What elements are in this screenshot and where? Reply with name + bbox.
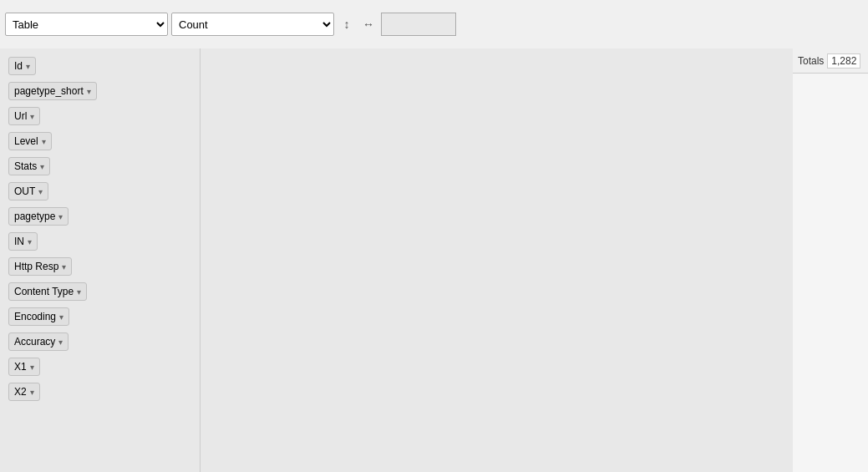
field-label: Encoding	[14, 311, 56, 322]
field-item-stats[interactable]: Stats▾	[8, 157, 50, 175]
field-label: OUT	[14, 185, 35, 197]
dropdown-arrow-icon: ▾	[26, 62, 30, 71]
count-select[interactable]: Count	[171, 13, 334, 36]
field-item-url[interactable]: Url▾	[8, 107, 40, 125]
field-item-id[interactable]: Id▾	[8, 57, 36, 75]
fields-container: Id▾pagetype_short▾Url▾Level▾Stats▾OUT▾pa…	[7, 53, 193, 404]
field-label: Id	[14, 60, 23, 72]
field-label: X2	[14, 386, 27, 398]
field-label: X1	[14, 361, 27, 373]
field-item-x2[interactable]: X2▾	[8, 383, 40, 401]
field-item-level[interactable]: Level▾	[8, 132, 52, 150]
field-label: pagetype_short	[14, 85, 84, 97]
field-item-pagetype[interactable]: pagetype▾	[8, 207, 69, 226]
field-label: Url	[14, 110, 27, 122]
field-item-http-resp[interactable]: Http Resp▾	[8, 257, 72, 276]
center-panel	[201, 48, 793, 472]
dropdown-arrow-icon: ▾	[77, 287, 81, 297]
dropdown-arrow-icon: ▾	[58, 338, 63, 347]
field-item-pagetype_short[interactable]: pagetype_short▾	[8, 82, 97, 100]
left-panel: Id▾pagetype_short▾Url▾Level▾Stats▾OUT▾pa…	[0, 48, 201, 472]
dropdown-arrow-icon: ▾	[42, 137, 46, 146]
totals-row: Totals 1,282	[793, 48, 868, 74]
field-label: IN	[14, 236, 24, 247]
dropdown-arrow-icon: ▾	[87, 87, 91, 96]
toolbar: Table Count ↕ ↔	[0, 0, 868, 48]
dropdown-arrow-icon: ▾	[38, 187, 43, 196]
dropdown-arrow-icon: ▾	[30, 363, 34, 372]
field-label: Stats	[14, 160, 37, 172]
field-item-in[interactable]: IN▾	[8, 232, 38, 251]
field-item-accuracy[interactable]: Accuracy▾	[8, 332, 69, 351]
dropdown-arrow-icon: ▾	[40, 162, 44, 171]
totals-value: 1,282	[827, 53, 860, 69]
dropdown-arrow-icon: ▾	[30, 112, 34, 121]
dropdown-arrow-icon: ▾	[28, 237, 32, 246]
field-label: Http Resp	[14, 261, 58, 272]
expand-icon[interactable]: ↔	[359, 15, 378, 33]
field-label: Content Type	[14, 286, 74, 297]
dropdown-arrow-icon: ▾	[58, 212, 63, 221]
right-panel: Totals 1,282	[793, 48, 868, 472]
field-item-content-type[interactable]: Content Type▾	[8, 282, 87, 301]
result-box	[381, 13, 456, 36]
field-item-encoding[interactable]: Encoding▾	[8, 307, 69, 326]
field-item-x1[interactable]: X1▾	[8, 358, 40, 376]
field-label: pagetype	[14, 211, 55, 222]
table-select[interactable]: Table	[5, 13, 168, 36]
dropdown-arrow-icon: ▾	[62, 262, 66, 272]
field-label: Accuracy	[14, 336, 55, 348]
field-label: Level	[14, 135, 38, 147]
totals-label: Totals	[798, 55, 824, 67]
sort-icon[interactable]: ↕	[338, 15, 356, 33]
dropdown-arrow-icon: ▾	[30, 388, 34, 397]
field-item-out[interactable]: OUT▾	[8, 182, 48, 200]
dropdown-arrow-icon: ▾	[59, 312, 63, 322]
main-content: Id▾pagetype_short▾Url▾Level▾Stats▾OUT▾pa…	[0, 48, 868, 472]
